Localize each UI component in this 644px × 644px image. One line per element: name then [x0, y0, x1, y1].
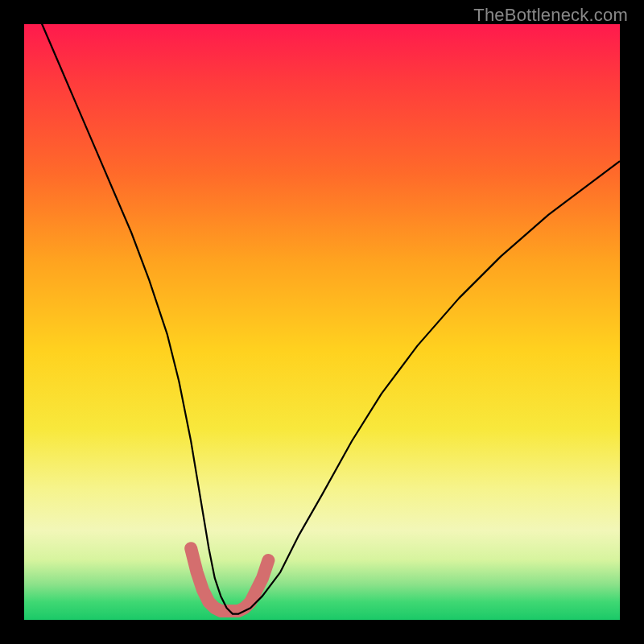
chart-frame: TheBottleneck.com [0, 0, 644, 644]
bottleneck-curve [24, 0, 620, 614]
plot-area [24, 24, 620, 620]
watermark-text: TheBottleneck.com [473, 5, 628, 26]
curve-layer [24, 24, 620, 620]
